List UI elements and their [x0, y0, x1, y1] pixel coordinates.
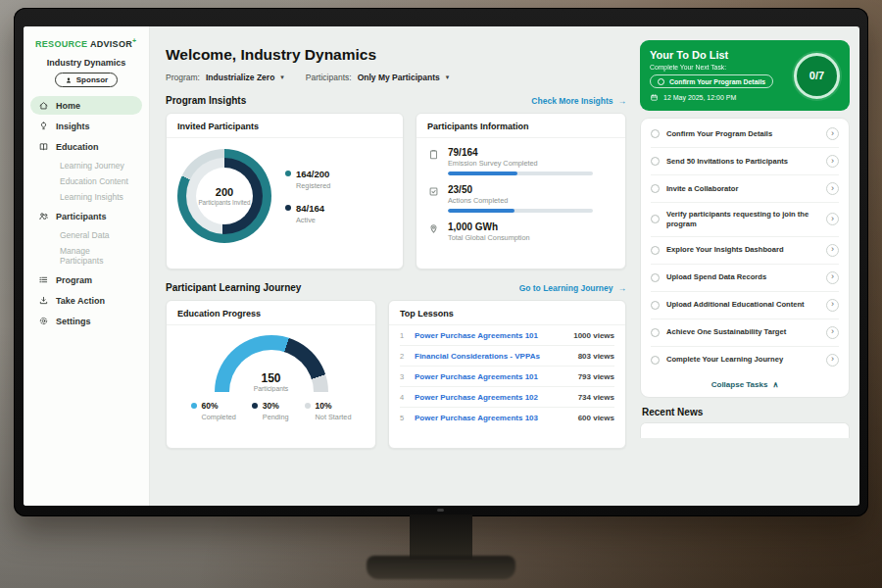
sidebar-item-general-data[interactable]: General Data	[30, 227, 142, 243]
lesson-link[interactable]: Power Purchase Agreements 103	[415, 414, 571, 422]
task-row[interactable]: Achieve One Sustainability Target ›	[651, 319, 839, 347]
card-title: Top Lessons	[389, 301, 625, 325]
task-checkbox[interactable]	[651, 246, 660, 255]
task-row[interactable]: Confirm Your Program Details ›	[651, 121, 839, 148]
task-checkbox[interactable]	[651, 215, 660, 223]
list-icon	[38, 274, 49, 285]
education-gauge-chart: 150 Participants	[215, 335, 328, 392]
chevron-right-icon[interactable]: ›	[826, 213, 839, 225]
education-progress-card: Education Progress 150 Participants 60% …	[166, 300, 376, 449]
task-row[interactable]: Verify participants requesting to join t…	[651, 203, 839, 237]
gear-icon	[38, 316, 49, 326]
task-label: Confirm Your Program Details	[666, 129, 819, 139]
radio-icon	[658, 78, 664, 85]
sidebar-item-learning-journey[interactable]: Learning Journey	[30, 158, 142, 173]
monitor-stand-neck	[410, 514, 472, 560]
card-title: Education Progress	[167, 301, 375, 325]
monitor-power-led	[437, 509, 444, 512]
lesson-views: 793 views	[578, 372, 614, 381]
chevron-right-icon[interactable]: ›	[826, 244, 839, 257]
donut-center-label: Participants Invited	[198, 199, 250, 207]
check-more-insights-link[interactable]: Check More Insights →	[531, 96, 626, 106]
chevron-right-icon[interactable]: ›	[826, 155, 839, 168]
link-label: Check More Insights	[531, 96, 612, 106]
sponsor-badge[interactable]: Sponsor	[55, 73, 118, 87]
sidebar-item-take-action[interactable]: Take Action	[30, 291, 142, 310]
sidebar-item-education-content[interactable]: Education Content	[30, 173, 142, 189]
participants-information-card: Participants Information 79/164 Emission…	[416, 113, 626, 270]
chevron-right-icon[interactable]: ›	[826, 326, 839, 339]
arrow-right-icon: →	[618, 283, 627, 293]
sidebar-item-label: Settings	[56, 317, 91, 326]
due-date-text: 12 May 2025, 12:00 PM	[663, 94, 736, 101]
legend-value: 84/164	[296, 203, 324, 214]
task-checkbox[interactable]	[651, 356, 660, 365]
lightbulb-icon	[38, 121, 49, 131]
task-checkbox[interactable]	[651, 328, 660, 337]
sidebar-item-home[interactable]: Home	[30, 96, 142, 115]
lesson-row: 4 Power Purchase Agreements 102 734 view…	[400, 387, 614, 408]
donut-legend: 164/200 Registered 84/164 Active	[285, 169, 330, 224]
program-filter-select[interactable]: Industrialize Zero	[206, 73, 274, 82]
legend-label: Not Started	[316, 413, 352, 421]
lesson-link[interactable]: Power Purchase Agreements 101	[415, 372, 571, 381]
collapse-label: Collapse Tasks	[711, 380, 768, 389]
sidebar-item-label: General Data	[60, 230, 110, 240]
legend-dot	[305, 403, 311, 409]
sidebar-item-participants[interactable]: Participants	[30, 207, 142, 225]
task-row[interactable]: Complete Your Learning Journey ›	[651, 347, 839, 373]
info-label: Total Global Consumption	[448, 233, 530, 242]
next-task-label: Confirm Your Program Details	[669, 78, 765, 85]
task-checkbox[interactable]	[651, 129, 660, 138]
chevron-down-icon[interactable]: ▾	[446, 74, 450, 81]
chevron-right-icon[interactable]: ›	[826, 182, 839, 195]
lesson-rank: 4	[400, 393, 408, 402]
go-to-learning-journey-link[interactable]: Go to Learning Journey →	[519, 283, 626, 293]
lesson-link[interactable]: Financial Considerations - VPPAs	[415, 352, 571, 361]
chevron-down-icon[interactable]: ▾	[280, 74, 284, 81]
legend-label: Completed	[202, 413, 236, 421]
task-checkbox[interactable]	[651, 157, 660, 166]
lesson-rank: 2	[400, 352, 408, 361]
sidebar-item-learning-insights[interactable]: Learning Insights	[30, 189, 142, 205]
donut-center: 200 Participants Invited	[196, 168, 253, 224]
task-row[interactable]: Send 50 Invitations to Participants ›	[651, 148, 839, 175]
sidebar-item-insights[interactable]: Insights	[30, 117, 142, 135]
participants-filter-select[interactable]: Only My Participants	[358, 73, 440, 82]
sidebar-item-manage-participants[interactable]: Manage Participants	[30, 243, 142, 269]
chevron-right-icon[interactable]: ›	[826, 299, 839, 312]
task-list-card: Confirm Your Program Details › Send 50 I…	[640, 118, 850, 398]
legend-dot	[285, 171, 291, 176]
page-title: Welcome, Industry Dynamics	[166, 46, 626, 64]
chevron-right-icon[interactable]: ›	[826, 354, 839, 367]
lesson-link[interactable]: Power Purchase Agreements 101	[415, 331, 566, 340]
legend-item-completed: 60% Completed	[191, 401, 236, 421]
next-task-chip[interactable]: Confirm Your Program Details	[650, 74, 773, 88]
card-title: Invited Participants	[167, 114, 403, 138]
sidebar-item-education[interactable]: Education	[30, 137, 142, 156]
info-value: 79/164	[448, 147, 593, 158]
sidebar-item-settings[interactable]: Settings	[30, 312, 142, 330]
sidebar-item-label: Education	[56, 142, 99, 152]
task-checkbox[interactable]	[651, 301, 660, 310]
collapse-tasks-link[interactable]: Collapse Tasks ∧	[651, 373, 839, 393]
chevron-right-icon[interactable]: ›	[826, 271, 839, 284]
sidebar-item-program[interactable]: Program	[30, 270, 142, 289]
location-pin-icon	[427, 222, 440, 235]
link-label: Go to Learning Journey	[519, 283, 613, 293]
task-row[interactable]: Upload Spend Data Records ›	[651, 265, 839, 292]
task-row[interactable]: Invite a Collaborator ›	[651, 175, 839, 203]
legend-value: 30%	[263, 401, 279, 411]
action-arrow-icon	[38, 295, 49, 306]
lesson-row: 3 Power Purchase Agreements 101 793 view…	[400, 367, 614, 387]
sidebar-item-label: Take Action	[56, 296, 105, 306]
task-row[interactable]: Upload Additional Educational Content ›	[651, 292, 839, 319]
legend-label: Active	[296, 216, 330, 224]
task-checkbox[interactable]	[651, 184, 660, 193]
info-row-actions: 23/50 Actions Completed	[427, 184, 614, 213]
task-checkbox[interactable]	[651, 273, 660, 282]
legend-dot	[252, 403, 258, 409]
task-row[interactable]: Explore Your Insights Dashboard ›	[651, 237, 839, 265]
lesson-link[interactable]: Power Purchase Agreements 102	[415, 393, 571, 402]
chevron-right-icon[interactable]: ›	[826, 127, 839, 140]
